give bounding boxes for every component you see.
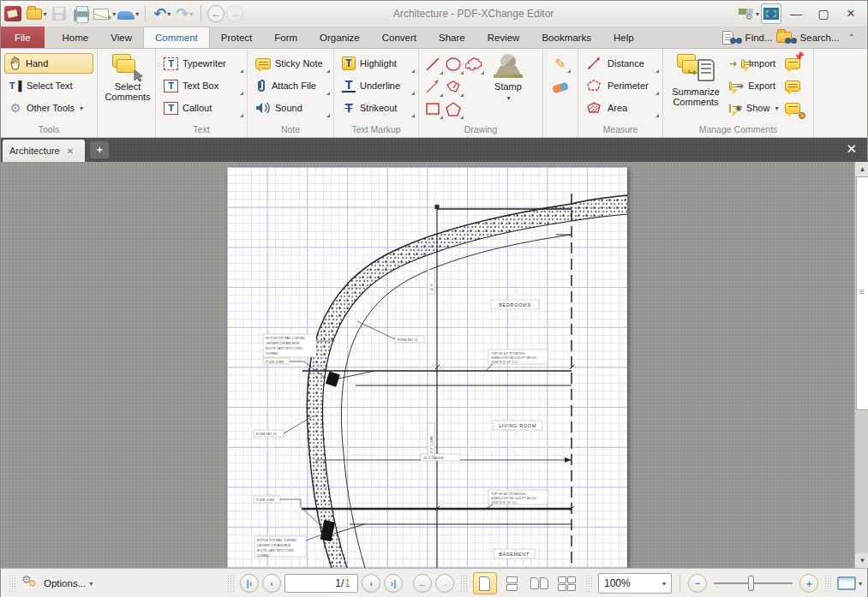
group-label-text-markup: Text Markup xyxy=(338,123,415,137)
summarize-comments-button[interactable]: ↪ SummarizeComments xyxy=(667,51,725,122)
typewriter-button[interactable]: TTypewriter xyxy=(159,53,243,74)
export-comments-button[interactable]: ➜Export xyxy=(725,75,780,96)
scan-button[interactable]: ▾ xyxy=(117,3,139,24)
attach-file-button[interactable]: Attach File xyxy=(251,75,330,96)
arrow-tool-button[interactable] xyxy=(422,75,443,98)
history-back-button[interactable]: ← xyxy=(207,5,224,22)
area-tool-button[interactable]: Area xyxy=(582,98,659,118)
document-tab-architecture[interactable]: Architecture ✕ xyxy=(3,140,85,162)
tab-review[interactable]: Review xyxy=(476,27,531,48)
comment-style-pin-button[interactable]: 📌 xyxy=(781,53,805,74)
maximize-button[interactable]: ▢ xyxy=(811,3,836,24)
search-button[interactable]: Search... xyxy=(776,31,840,44)
zoom-slider[interactable] xyxy=(714,582,793,584)
tab-convert[interactable]: Convert xyxy=(371,27,428,48)
pdf-page[interactable]: BEDROOMS LIVING ROOM BASEMENT NOTCH TOP … xyxy=(227,167,627,568)
strikeout-button[interactable]: TStrikeout xyxy=(338,98,415,118)
group-label-tools: Tools xyxy=(4,123,93,137)
tab-comment[interactable]: Comment xyxy=(143,27,210,48)
room-label-bedrooms: BEDROOMS xyxy=(499,302,530,307)
polygon-tool-button[interactable] xyxy=(443,98,464,120)
collapse-ribbon-button[interactable]: ⌃ xyxy=(843,33,860,42)
tab-file[interactable]: File xyxy=(1,27,45,48)
zoom-level-select[interactable]: 100% ▾ xyxy=(598,573,672,594)
layout-single-page-button[interactable] xyxy=(473,572,497,594)
open-button[interactable]: ▾ xyxy=(27,3,47,24)
tab-bookmarks[interactable]: Bookmarks xyxy=(530,27,602,48)
eraser-tool-button[interactable] xyxy=(548,77,572,98)
stamp-button[interactable]: Stamp ▾ xyxy=(484,51,532,122)
select-comments-button[interactable]: SelectComments xyxy=(101,51,154,122)
hand-tool-button[interactable]: Hand xyxy=(4,53,93,74)
distance-tool-button[interactable]: Distance xyxy=(582,53,659,74)
options-button[interactable]: Options... xyxy=(44,578,86,588)
fit-page-button[interactable]: ▾ xyxy=(837,576,862,590)
print-button[interactable] xyxy=(71,3,92,24)
last-page-button[interactable]: ›| xyxy=(384,574,403,593)
vertical-scrollbar[interactable]: ▲ ▼ xyxy=(854,162,868,568)
layout-two-continuous-button[interactable] xyxy=(555,572,579,594)
tab-home[interactable]: Home xyxy=(51,27,100,48)
sticky-note-button[interactable]: Sticky Note xyxy=(251,53,330,74)
history-forward-button[interactable]: → xyxy=(226,5,243,22)
find-button[interactable]: Find... xyxy=(722,31,773,45)
line-tool-button[interactable] xyxy=(422,53,443,75)
minimize-button[interactable]: — xyxy=(783,3,809,24)
first-page-button[interactable]: |‹ xyxy=(240,574,259,593)
new-tab-button[interactable]: ＋ xyxy=(90,141,109,158)
zoom-out-button[interactable]: − xyxy=(688,574,707,593)
fullscreen-button[interactable] xyxy=(761,3,781,24)
tab-view[interactable]: View xyxy=(99,27,143,48)
polyline-tool-button[interactable] xyxy=(443,75,464,98)
close-document-button[interactable]: ✕ xyxy=(835,138,867,162)
text-box-button[interactable]: TText Box xyxy=(159,75,243,96)
ellipse-tool-button[interactable] xyxy=(443,53,464,75)
tab-organize[interactable]: Organize xyxy=(308,27,371,48)
svg-text:SUBFLOOR ON 2x10 PT WOOD: SUBFLOOR ON 2x10 PT WOOD xyxy=(491,356,536,360)
view-forward-button[interactable]: → xyxy=(435,574,454,593)
redo-button[interactable]: ↷▾ xyxy=(174,3,195,24)
tab-form[interactable]: Form xyxy=(263,27,308,48)
scroll-down-button[interactable]: ▼ xyxy=(855,553,868,568)
next-page-button[interactable]: › xyxy=(362,574,380,593)
document-tab-close-icon[interactable]: ✕ xyxy=(67,146,74,156)
show-comments-button[interactable]: ◉Show▾ xyxy=(725,98,780,118)
cloud-icon xyxy=(465,56,482,73)
undo-button[interactable]: ↶▾ xyxy=(152,3,172,24)
import-comments-button[interactable]: ➜Import xyxy=(725,53,780,74)
other-tools-button[interactable]: ⚙ Other Tools▾ xyxy=(4,98,93,118)
pencil-tool-button[interactable]: ✎ xyxy=(550,53,570,74)
save-button[interactable] xyxy=(49,3,69,24)
callout-button[interactable]: TCallout xyxy=(159,98,243,118)
highlight-button[interactable]: THighlight xyxy=(338,53,415,74)
zoom-in-button[interactable]: ＋ xyxy=(799,574,818,593)
rectangle-tool-button[interactable] xyxy=(422,98,443,120)
previous-page-button[interactable]: ‹ xyxy=(262,574,281,593)
scroll-up-button[interactable]: ▲ xyxy=(855,162,868,176)
underline-button[interactable]: TUnderline xyxy=(338,75,415,96)
layout-two-pages-button[interactable] xyxy=(528,572,552,594)
email-button[interactable]: ➜▾ xyxy=(93,3,116,24)
zoom-slider-handle[interactable] xyxy=(748,576,754,591)
comment-plain-button[interactable] xyxy=(781,75,805,96)
close-button[interactable]: × xyxy=(838,3,864,24)
tab-share[interactable]: Share xyxy=(428,27,476,48)
ui-profiles-button[interactable]: ⚙ ▾ xyxy=(738,3,759,24)
group-label-text: Text xyxy=(159,123,243,137)
tab-help[interactable]: Help xyxy=(602,27,645,48)
note-pour-joint-1: POUR JOINT xyxy=(266,361,285,364)
tab-protect[interactable]: Protect xyxy=(210,27,263,48)
comment-styles-palette-button[interactable] xyxy=(781,98,805,118)
perimeter-tool-button[interactable]: Perimeter xyxy=(582,75,659,96)
page-number-field[interactable]: 1/1 xyxy=(284,574,358,593)
select-text-button[interactable]: T▐ Select Text xyxy=(4,75,93,96)
scrollbar-thumb[interactable] xyxy=(856,176,868,410)
note-left-top: NOTCH TOP RAIL CURVED xyxy=(266,337,305,340)
note-left-bottom: NOTCH TOP RAIL CURVED xyxy=(257,539,296,542)
svg-text:BOLTS CAST INTO CONC: BOLTS CAST INTO CONC xyxy=(266,347,303,350)
document-canvas[interactable]: BEDROOMS LIVING ROOM BASEMENT NOTCH TOP … xyxy=(1,162,868,568)
cloud-tool-button[interactable] xyxy=(464,53,484,75)
layout-continuous-button[interactable] xyxy=(500,572,524,594)
sound-button[interactable]: Sound xyxy=(251,98,330,118)
view-back-button[interactable]: ← xyxy=(413,574,432,593)
